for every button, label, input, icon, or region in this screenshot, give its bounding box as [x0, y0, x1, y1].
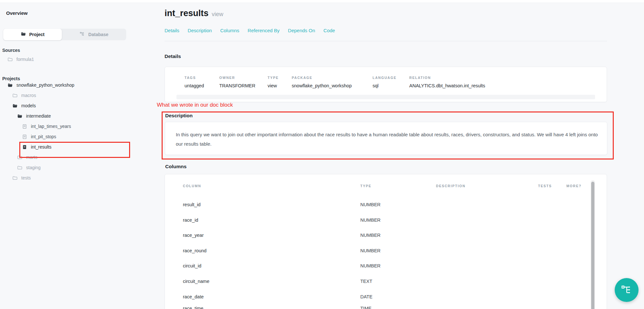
columns-scrollbar-thumb[interactable]: [591, 182, 594, 309]
details-footer-bar: [176, 95, 595, 99]
column-name: circuit_id: [183, 263, 201, 268]
details-section-heading: Details: [165, 53, 181, 59]
sources-list: formula1: [0, 54, 135, 64]
project-tree: snowflake_python_workshopmacrosmodelsint…: [0, 80, 135, 183]
column-name: race_id: [183, 217, 198, 223]
tab-description[interactable]: Description: [188, 28, 212, 33]
column-row-race_date[interactable]: race_dateDATE: [165, 294, 583, 302]
detail-field-value: view: [268, 83, 277, 88]
sidebar-item-label: formula1: [16, 57, 34, 62]
column-row-race_round[interactable]: race_roundNUMBER: [165, 248, 583, 256]
sidebar-item-macros[interactable]: macros: [0, 90, 135, 101]
column-header-column: COLUMN: [183, 184, 201, 188]
column-header-more: MORE?: [566, 184, 582, 188]
detail-field-language: LANGUAGEsql: [373, 76, 396, 80]
view-toggle: Project Database: [3, 29, 126, 40]
folder-open-icon: [21, 31, 26, 38]
tab-code[interactable]: Code: [324, 28, 335, 33]
sidebar: Overview Project Database Sources formul…: [0, 3, 142, 309]
lineage-graph-icon: [621, 284, 632, 296]
detail-field-label: LANGUAGE: [373, 76, 396, 80]
column-name: race_date: [183, 294, 204, 299]
sidebar-item-label: staging: [26, 165, 41, 170]
folder-open-icon: [17, 113, 23, 119]
column-row-circuit_id[interactable]: circuit_idNUMBER: [165, 263, 583, 271]
detail-field-value: TRANSFORMER: [219, 83, 255, 88]
column-name: result_id: [183, 202, 201, 207]
detail-field-tags: TAGSuntagged: [185, 76, 196, 80]
sidebar-item-tests[interactable]: tests: [0, 173, 135, 183]
document-icon: [22, 124, 27, 129]
detail-field-value: sql: [373, 83, 379, 88]
lineage-graph-fab-button[interactable]: [615, 278, 639, 302]
sidebar-item-models[interactable]: models: [0, 101, 135, 111]
column-name: race_year: [183, 233, 204, 238]
column-type: DATE: [360, 294, 373, 299]
column-type: NUMBER: [360, 233, 381, 238]
database-toggle-button[interactable]: Database: [62, 29, 126, 40]
detail-field-label: PACKAGE: [292, 76, 312, 80]
detail-field-type: TYPEview: [268, 76, 279, 80]
details-card: TAGSuntaggedOWNERTRANSFORMERTYPEviewPACK…: [165, 67, 607, 102]
description-text: In this query we want to join out other …: [176, 130, 599, 149]
sidebar-item-label: snowflake_python_workshop: [16, 82, 74, 88]
detail-field-label: TAGS: [185, 76, 196, 80]
sidebar-item-label: int_pit_stops: [31, 134, 56, 139]
sidebar-item-label: marts: [26, 155, 37, 160]
column-header-type: TYPE: [360, 184, 372, 188]
column-type: NUMBER: [360, 217, 381, 223]
sidebar-item-int_pit_stops[interactable]: int_pit_stops: [0, 131, 135, 142]
detail-field-label: RELATION: [409, 76, 431, 80]
column-type: NUMBER: [360, 263, 381, 268]
column-type: TIME: [360, 306, 372, 309]
sidebar-item-int_lap_times_years[interactable]: int_lap_times_years: [0, 121, 135, 131]
detail-field-package: PACKAGEsnowflake_python_workshop: [292, 76, 312, 80]
sidebar-item-staging[interactable]: staging: [0, 162, 135, 173]
detail-field-label: OWNER: [219, 76, 235, 80]
column-row-race_time[interactable]: race_timeTIME: [165, 306, 583, 309]
tab-depends-on[interactable]: Depends On: [288, 28, 315, 33]
folder-icon: [17, 165, 23, 170]
description-card: In this query we want to join out other …: [165, 122, 607, 155]
sidebar-item-label: int_results: [31, 144, 52, 150]
sources-heading: Sources: [2, 48, 20, 53]
folder-icon: [7, 57, 13, 62]
detail-field-value: ANALYTICS.dbt_hwatson.int_results: [409, 83, 485, 88]
columns-scrollbar[interactable]: [591, 180, 595, 309]
column-type: NUMBER: [360, 202, 381, 207]
project-toggle-button[interactable]: Project: [3, 29, 62, 40]
tab-referenced-by[interactable]: Referenced By: [248, 28, 279, 33]
sidebar-item-label: int_lap_times_years: [31, 124, 71, 129]
sidebar-item-snowflake_python_workshop[interactable]: snowflake_python_workshop: [0, 80, 135, 90]
sidebar-item-label: macros: [21, 93, 36, 98]
folder-icon: [17, 155, 23, 160]
folder-icon: [12, 175, 18, 181]
sidebar-item-label: tests: [21, 175, 31, 180]
sidebar-item-marts[interactable]: marts: [0, 152, 135, 162]
sidebar-item-formula1[interactable]: formula1: [0, 54, 135, 64]
sidebar-item-intermediate[interactable]: intermediate: [0, 111, 135, 121]
red-annotation-text: What we wrote in our doc block: [157, 102, 233, 108]
dbt-docs-app: Overview Project Database Sources formul…: [0, 0, 644, 309]
column-type: TEXT: [360, 279, 372, 284]
sidebar-item-int_results[interactable]: int_results: [0, 142, 135, 152]
column-type: NUMBER: [360, 248, 381, 253]
description-section-heading: Description: [165, 113, 193, 119]
folder-open-icon: [12, 103, 18, 109]
detail-field-relation: RELATIONANALYTICS.dbt_hwatson.int_result…: [409, 76, 431, 80]
column-row-race_id[interactable]: race_idNUMBER: [165, 217, 583, 225]
tab-columns[interactable]: Columns: [220, 28, 239, 33]
column-row-result_id[interactable]: result_idNUMBER: [165, 202, 583, 210]
column-name: race_round: [183, 248, 206, 253]
column-header-description: DESCRIPTION: [436, 184, 466, 188]
columns-card: COLUMNTYPEDESCRIPTIONTESTSMORE? result_i…: [165, 174, 607, 309]
detail-field-value: snowflake_python_workshop: [292, 83, 352, 88]
column-row-race_year[interactable]: race_yearNUMBER: [165, 233, 583, 240]
sidebar-item-label: models: [21, 103, 36, 108]
overview-heading: Overview: [6, 10, 28, 16]
page-title: int_resultsview: [165, 8, 223, 18]
column-row-circuit_name[interactable]: circuit_nameTEXT: [165, 279, 583, 286]
model-type-subtitle: view: [212, 11, 223, 17]
detail-field-value: untagged: [185, 83, 204, 88]
tab-details[interactable]: Details: [165, 28, 179, 33]
